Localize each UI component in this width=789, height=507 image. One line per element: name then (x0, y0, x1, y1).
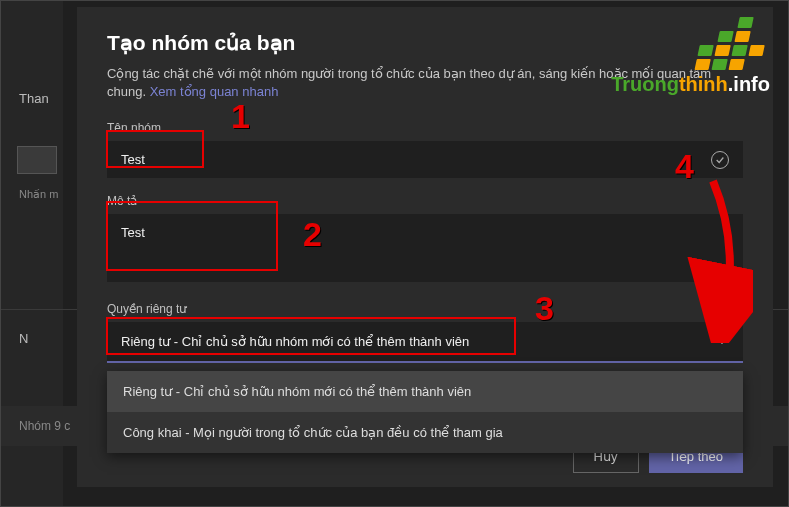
privacy-option-public[interactable]: Công khai - Mọi người trong tổ chức của … (107, 412, 743, 453)
overview-link[interactable]: Xem tổng quan nhanh (150, 84, 279, 99)
description-row (107, 214, 743, 286)
team-name-row (107, 141, 743, 178)
bg-text: Than (19, 91, 63, 106)
dialog-title: Tạo nhóm của bạn (107, 31, 743, 55)
privacy-option-private[interactable]: Riêng tư - Chỉ chủ sở hữu nhóm mới có th… (107, 371, 743, 412)
privacy-dropdown: Riêng tư - Chỉ chủ sở hữu nhóm mới có th… (107, 371, 743, 453)
description-label: Mô tả (107, 194, 743, 208)
privacy-select[interactable]: Riêng tư - Chỉ chủ sở hữu nhóm mới có th… (107, 322, 743, 363)
team-name-input[interactable] (107, 141, 743, 178)
check-icon (711, 151, 729, 169)
description-input[interactable] (107, 214, 743, 282)
team-name-label: Tên nhóm (107, 121, 743, 135)
bg-input-mock (17, 146, 57, 174)
bg-text: Nhấn m (19, 188, 63, 201)
bg-bottom-text: Nhóm 9 c (19, 419, 70, 433)
dialog-subtitle: Cộng tác chặt chẽ với một nhóm người tro… (107, 65, 743, 101)
bg-text: N (19, 331, 63, 346)
chevron-down-icon (715, 333, 729, 350)
privacy-selected-value: Riêng tư - Chỉ chủ sở hữu nhóm mới có th… (121, 334, 469, 349)
privacy-label: Quyền riêng tư (107, 302, 743, 316)
create-team-dialog: Tạo nhóm của bạn Cộng tác chặt chẽ với m… (77, 7, 773, 487)
